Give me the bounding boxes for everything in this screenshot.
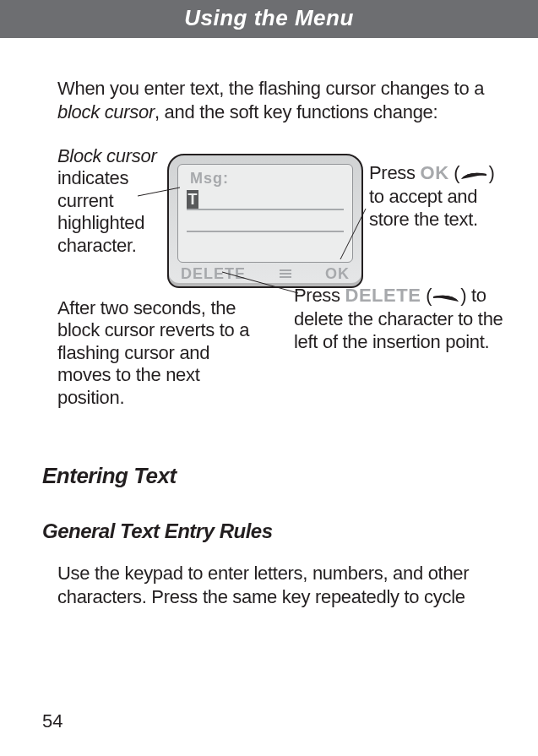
- callout-block-cursor-em: Block cursor: [57, 145, 156, 166]
- callout-delete-code: DELETE: [345, 285, 421, 306]
- page-content: When you enter text, the flashing cursor…: [0, 38, 538, 608]
- callout-ok: Press OK () to accept and store the text…: [369, 162, 504, 231]
- intro-pre: When you enter text, the flashing cursor…: [57, 78, 484, 99]
- leader-delete: [222, 272, 307, 297]
- heading-general-rules: General Text Entry Rules: [42, 519, 496, 543]
- left-softkey-icon: [432, 286, 460, 308]
- text-line-1: [187, 209, 344, 210]
- leader-blockcursor: [138, 196, 188, 221]
- callout-ok-code: OK: [421, 162, 449, 183]
- leader-ok: [340, 209, 374, 242]
- right-softkey-icon: [459, 164, 488, 186]
- intro-paragraph: When you enter text, the flashing cursor…: [57, 77, 496, 123]
- page-number: 54: [42, 710, 62, 732]
- svg-line-2: [222, 272, 298, 293]
- page-header: Using the Menu: [0, 0, 538, 38]
- callout-delete: Press DELETE () to delete the character …: [294, 285, 505, 353]
- body-paragraph: Use the keypad to enter letters, numbers…: [57, 562, 496, 608]
- diagram-area: Block cursor indicates current highlight…: [57, 145, 496, 432]
- phone-inner: Msg: T: [177, 164, 353, 263]
- callout-after: After two seconds, the block cursor reve…: [57, 297, 252, 409]
- intro-post: , and the soft key functions change:: [155, 101, 437, 122]
- block-cursor-char: T: [187, 190, 198, 209]
- callout-delete-open: (: [421, 285, 432, 306]
- intro-em: block cursor: [57, 101, 155, 122]
- msg-label: Msg:: [190, 170, 229, 188]
- callout-block-cursor-rest: indicates current highlighted character.: [57, 167, 144, 255]
- text-line-2: [187, 231, 344, 232]
- heading-entering-text: Entering Text: [42, 463, 496, 489]
- phone-screen: Msg: T DELETE OK: [167, 154, 363, 288]
- softkey-right: OK: [325, 265, 350, 283]
- callout-ok-open: (: [449, 162, 460, 183]
- callout-ok-pre: Press: [369, 162, 421, 183]
